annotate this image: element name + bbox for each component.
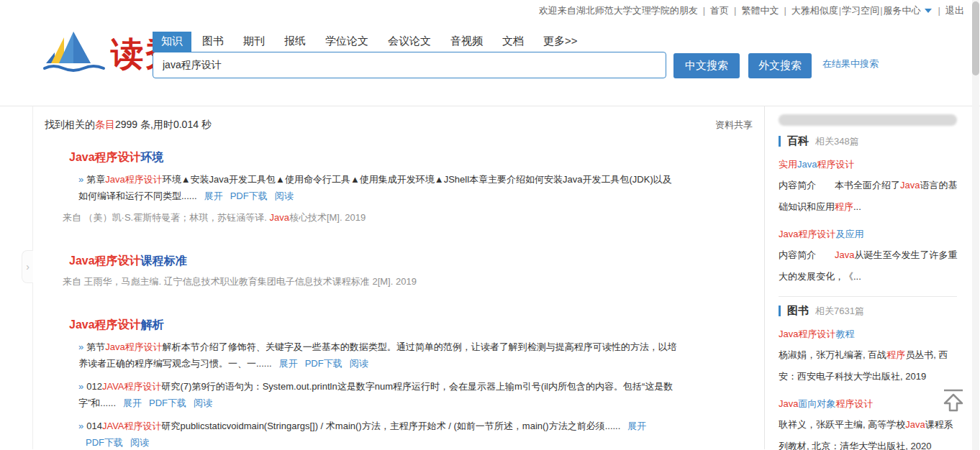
search-input[interactable]: [153, 52, 666, 78]
text-part: 内容简介: [779, 249, 835, 260]
sidebar-item-link[interactable]: Java面向对象程序设计: [779, 394, 959, 414]
result-item: Java程序设计环境»第章Java程序设计环境▲安装Java开发工具包▲使用命令…: [33, 150, 764, 225]
related-sidebar: 百科相关348篇实用Java程序设计内容简介 本书全面介绍了Java语言的基础知…: [765, 106, 969, 449]
top-learning-space-link[interactable]: 学习空间: [842, 5, 879, 16]
scrollbar-track[interactable]: [972, 0, 979, 450]
snippet-action-展开[interactable]: 展开: [123, 398, 142, 408]
snippet-action-展开[interactable]: 展开: [279, 358, 298, 369]
text-part: 及应用: [835, 229, 863, 239]
section-title: 百科: [787, 134, 809, 148]
text-part: Java程序设计: [105, 341, 162, 352]
double-angle-icon: »: [78, 381, 83, 392]
text-part: 环境▲安装Java开发工具包▲使用命令行工具▲使用集成开发环境▲JShell本章…: [78, 174, 672, 201]
text-part: 程序: [886, 349, 905, 360]
sidebar-item-link[interactable]: Java程序设计及应用: [779, 224, 959, 244]
result-snippet: »014JAVA程序设计研究publicstaticvoidmain(Strin…: [78, 418, 677, 450]
chinese-search-button[interactable]: 中文搜索: [673, 53, 740, 78]
result-title-link[interactable]: Java程序设计课程标准: [69, 254, 764, 268]
result-item: Java程序设计解析»第节Java程序设计解析本节介绍了修饰符、关键字及一些基本…: [33, 318, 764, 450]
top-bar: 欢迎来自湖北师范大学文理学院的朋友|首页|繁體中文|大雅相似度|学习空间|服务中…: [0, 0, 980, 22]
sidebar-item-link[interactable]: Java程序设计教程: [779, 324, 959, 344]
text-part: Java程序设计: [69, 151, 141, 163]
sidebar-section-header: 图书相关7631篇: [779, 304, 959, 318]
search-header: 读秀 知识图书期刊报纸学位论文会议论文音视频文档更多>> 中文搜索 外文搜索 在…: [0, 22, 980, 106]
search-within-results-link[interactable]: 在结果中搜索: [822, 58, 879, 70]
sidebar-item-desc: 内容简介 本书全面介绍了Java语言的基础知识和应用程序...: [779, 175, 959, 218]
sidebar-item-desc: 内容简介 Java从诞生至今发生了许多重大的发展变化，《...: [779, 244, 959, 288]
results-column: 找到相关的条目2999 条,用时0.014 秒 资料共享 Java程序设计环境»…: [33, 106, 765, 449]
double-angle-icon: »: [78, 174, 83, 185]
text-part: 课程标准: [141, 254, 187, 267]
tab-会议论文[interactable]: 会议论文: [379, 32, 440, 52]
snippet-action-阅读[interactable]: 阅读: [130, 437, 149, 448]
scrollbar-thumb[interactable]: [972, 1, 979, 75]
text-part: 杨淑娟，张万礼编著, 百战: [779, 349, 886, 360]
section-accent-bar: [779, 136, 781, 147]
snippet-action-PDF下载[interactable]: PDF下载: [86, 437, 123, 448]
text-part: 教程: [835, 329, 854, 339]
content-area: 找到相关的条目2999 条,用时0.014 秒 资料共享 Java程序设计环境»…: [32, 106, 980, 449]
tab-期刊[interactable]: 期刊: [235, 32, 273, 52]
result-source: 来自 （美）凯·S.霍斯特曼著；林琪，苏钰涵等译. Java核心技术[M]. 2…: [63, 211, 764, 225]
expand-filter-panel-tab[interactable]: ›: [22, 250, 33, 283]
text-part: Java: [905, 419, 925, 430]
section-accent-bar: [779, 306, 781, 316]
section-title: 图书: [787, 304, 809, 318]
tab-学位论文[interactable]: 学位论文: [317, 32, 377, 52]
text-part: ...: [853, 201, 861, 212]
snippet-action-PDF下载[interactable]: PDF下载: [305, 358, 342, 369]
text-part: 解析本节介绍了修饰符、关键字及一些基本的数据类型。通过简单的范例，让读者了解到检…: [78, 341, 677, 369]
text-part: 内容简介 本书全面介绍了: [779, 180, 900, 190]
top-daya-similarity-link[interactable]: 大雅相似度: [791, 5, 838, 16]
text-part: Java: [900, 180, 920, 190]
sidebar-item-desc: 杨淑娟，张万礼编著, 百战程序员丛书, 西安：西安电子科技大学出版社, 2019: [779, 344, 959, 387]
text-part: 来自 （美）凯·S.霍斯特曼著；林琪，苏钰涵等译.: [63, 212, 269, 223]
sidebar-sections: 百科相关348篇实用Java程序设计内容简介 本书全面介绍了Java语言的基础知…: [779, 134, 959, 450]
text-part: 找到相关的: [45, 119, 95, 130]
snippet-action-阅读[interactable]: 阅读: [350, 358, 368, 369]
text-part: Java: [779, 398, 798, 409]
top-service-center-link[interactable]: 服务中心: [884, 5, 921, 16]
separator: |: [784, 5, 786, 16]
chevron-right-icon: ›: [26, 261, 30, 272]
search-category-tabs: 知识图书期刊报纸学位论文会议论文音视频文档更多>>: [153, 32, 589, 52]
tab-知识[interactable]: 知识: [153, 32, 191, 52]
text-part: 程序设计: [835, 398, 873, 409]
foreign-search-button[interactable]: 外文搜索: [748, 53, 812, 78]
snippet-action-展开[interactable]: 展开: [627, 421, 646, 431]
result-item: Java程序设计课程标准来自 王雨华，马彪主编. 辽宁信息技术职业教育集团电子信…: [33, 254, 764, 289]
snippet-action-阅读[interactable]: 阅读: [275, 190, 294, 201]
snippet-action-阅读[interactable]: 阅读: [194, 398, 212, 408]
result-snippet: »012JAVA程序设计研究(7)第9行的语句为：System.out.prin…: [78, 378, 677, 411]
separator: |: [880, 5, 882, 16]
top-traditional-chinese-link[interactable]: 繁體中文: [741, 5, 779, 16]
sailboat-logo-icon: [42, 30, 108, 79]
result-source: 来自 王雨华，马彪主编. 辽宁信息技术职业教育集团电子信息技术课程标准 2[M]…: [63, 275, 764, 289]
text-part: 来自 王雨华，马彪主编. 辽宁信息技术职业教育集团电子信息技术课程标准 2[M]…: [63, 276, 417, 287]
text-part: Java: [835, 249, 854, 260]
result-title-link[interactable]: Java程序设计环境: [69, 150, 764, 165]
tab-图书[interactable]: 图书: [194, 32, 232, 52]
result-snippet: »第节Java程序设计解析本节介绍了修饰符、关键字及一些基本的数据类型。通过简单…: [78, 339, 677, 372]
text-part: Java: [797, 159, 817, 170]
text-part: Java程序设计: [105, 174, 162, 185]
results-header: 找到相关的条目2999 条,用时0.014 秒 资料共享: [33, 119, 764, 132]
separator: |: [839, 5, 841, 16]
separator: |: [703, 5, 705, 16]
result-title-link[interactable]: Java程序设计解析: [69, 318, 764, 332]
snippet-action-PDF下载[interactable]: PDF下载: [230, 190, 268, 201]
tab-音视频[interactable]: 音视频: [442, 32, 491, 52]
top-logout-link[interactable]: 退出: [945, 5, 964, 16]
text-part: 核心技术[M]. 2019: [289, 212, 366, 223]
share-materials-link[interactable]: 资料共享: [715, 119, 753, 132]
tab-文档[interactable]: 文档: [494, 32, 532, 52]
snippet-action-展开[interactable]: 展开: [204, 190, 223, 201]
tab-报纸[interactable]: 报纸: [276, 32, 314, 52]
snippet-action-PDF下载[interactable]: PDF下载: [149, 398, 186, 408]
arrow-up-icon: [943, 403, 964, 415]
sidebar-divider: [779, 296, 957, 297]
back-to-top-button[interactable]: [943, 388, 964, 415]
top-home-link[interactable]: 首页: [710, 5, 729, 16]
tab-更多>>[interactable]: 更多>>: [535, 32, 586, 52]
sidebar-item-link[interactable]: 实用Java程序设计: [779, 155, 959, 175]
